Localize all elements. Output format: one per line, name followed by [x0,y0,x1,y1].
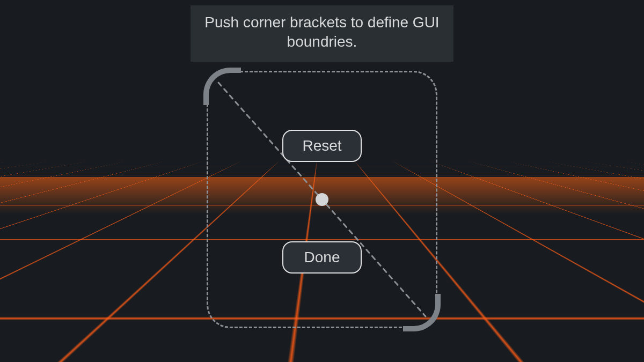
instruction-text: Push corner brackets to define GUI bound… [204,14,439,50]
corner-bracket-top-left[interactable] [203,68,241,105]
vr-calibration-scene: Push corner brackets to define GUI bound… [0,0,644,362]
svg-line-0 [218,83,426,316]
done-button[interactable]: Done [282,241,362,274]
instruction-banner: Push corner brackets to define GUI bound… [191,5,453,62]
corner-bracket-bottom-right[interactable] [403,294,441,331]
reset-button[interactable]: Reset [282,130,362,162]
center-dot-icon [316,193,328,206]
reset-button-label: Reset [302,137,341,154]
gui-bounds-frame: Reset Done [207,71,437,328]
bounds-diagonal-line [207,71,437,328]
done-button-label: Done [304,249,340,265]
bounds-dashed-outline [207,71,437,328]
